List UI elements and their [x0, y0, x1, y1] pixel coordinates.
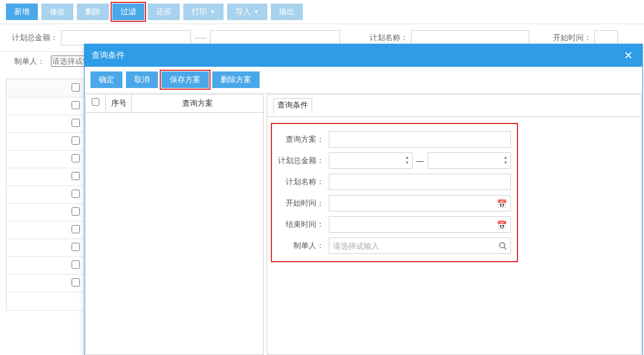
- form-planname-label: 计划名称：: [278, 177, 329, 187]
- scheme-list-header: 序号 查询方案: [86, 95, 263, 113]
- plan-name-label: 计划名称：: [364, 32, 411, 43]
- form-starttime-input[interactable]: 📅: [329, 195, 511, 211]
- condition-panel: 查询条件 查询方案： 计划总金额： ▲▼ — ▲▼ 计划名称：: [267, 94, 642, 355]
- modal-titlebar: 查询条件 ✕: [85, 44, 642, 67]
- range-separator: [195, 38, 206, 38]
- creator-label: 制单人：: [14, 56, 47, 67]
- search-icon[interactable]: [499, 242, 507, 252]
- row-checkbox[interactable]: [72, 119, 80, 127]
- modal-toolbar: 确定 取消 保存方案 删除方案: [85, 67, 642, 93]
- form-amount-from-input[interactable]: ▲▼: [329, 152, 413, 169]
- form-endtime-label: 结束时间：: [278, 219, 329, 230]
- ok-button[interactable]: 确定: [90, 71, 122, 88]
- row-checkbox[interactable]: [72, 136, 80, 145]
- row-checkbox[interactable]: [72, 190, 80, 198]
- close-icon[interactable]: ✕: [622, 49, 635, 62]
- row-checkbox[interactable]: [72, 243, 80, 251]
- row-checkbox[interactable]: [72, 154, 80, 162]
- spinner-icon[interactable]: ▲▼: [405, 155, 410, 165]
- cancel-button[interactable]: 取消: [126, 71, 158, 88]
- row-checkbox[interactable]: [72, 225, 80, 233]
- modal-title-text: 查询条件: [92, 50, 125, 61]
- form-scheme-label: 查询方案：: [278, 134, 329, 145]
- query-modal: 查询条件 ✕ 确定 取消 保存方案 删除方案 序号 查询方案 查询条件 查询方案…: [84, 44, 643, 355]
- print-button[interactable]: 打印▼: [183, 4, 224, 20]
- import-button[interactable]: 导入▼: [227, 4, 267, 20]
- condition-form: 查询方案： 计划总金额： ▲▼ — ▲▼ 计划名称： 开始时间：: [271, 123, 518, 262]
- scheme-col-name: 查询方案: [132, 95, 263, 112]
- creator-input[interactable]: [51, 56, 86, 67]
- form-amount-to-input[interactable]: ▲▼: [428, 152, 512, 169]
- row-checkbox[interactable]: [72, 278, 80, 286]
- scheme-col-index: 序号: [106, 95, 132, 112]
- add-button[interactable]: 新增: [6, 4, 38, 20]
- condition-tab: 查询条件: [267, 95, 641, 117]
- main-toolbar: 新增 修改 删除 过滤 还原 打印▼ 导入▼ 输出: [0, 0, 644, 24]
- row-checkbox[interactable]: [72, 260, 80, 269]
- form-starttime-label: 开始时间：: [278, 198, 329, 209]
- svg-line-1: [504, 247, 507, 250]
- edit-button[interactable]: 修改: [41, 4, 73, 20]
- save-scheme-button[interactable]: 保存方案: [161, 71, 209, 88]
- form-endtime-input[interactable]: 📅: [329, 216, 511, 233]
- row-checkbox[interactable]: [72, 207, 80, 216]
- form-scheme-input[interactable]: [329, 131, 511, 148]
- export-button[interactable]: 输出: [271, 4, 303, 20]
- spinner-icon[interactable]: ▲▼: [503, 155, 508, 165]
- form-creator-label: 制单人：: [278, 240, 329, 251]
- chevron-down-icon: ▼: [210, 9, 215, 15]
- form-planname-input[interactable]: [329, 174, 511, 190]
- start-time-label: 开始时间：: [547, 32, 594, 43]
- delete-scheme-button[interactable]: 删除方案: [212, 71, 260, 88]
- modal-body: 序号 查询方案 查询条件 查询方案： 计划总金额： ▲▼ — ▲▼: [85, 93, 642, 355]
- range-separator-text: —: [416, 157, 424, 165]
- scheme-select-all-checkbox[interactable]: [92, 98, 99, 106]
- chevron-down-icon: ▼: [254, 9, 259, 15]
- calendar-icon[interactable]: 📅: [497, 220, 507, 230]
- calendar-icon[interactable]: 📅: [497, 199, 507, 209]
- restore-button[interactable]: 还原: [148, 4, 180, 20]
- form-amount-label: 计划总金额：: [278, 155, 329, 166]
- form-creator-input[interactable]: 请选择或输入: [329, 237, 511, 254]
- row-checkbox[interactable]: [72, 172, 80, 180]
- row-checkbox[interactable]: [72, 101, 80, 109]
- total-amount-label: 计划总金额：: [6, 32, 61, 43]
- select-all-checkbox[interactable]: [72, 83, 80, 92]
- form-creator-placeholder: 请选择或输入: [333, 242, 379, 250]
- delete-button[interactable]: 删除: [77, 4, 109, 20]
- scheme-list-panel: 序号 查询方案: [85, 94, 264, 355]
- svg-point-0: [500, 243, 505, 248]
- filter-button[interactable]: 过滤: [112, 4, 144, 20]
